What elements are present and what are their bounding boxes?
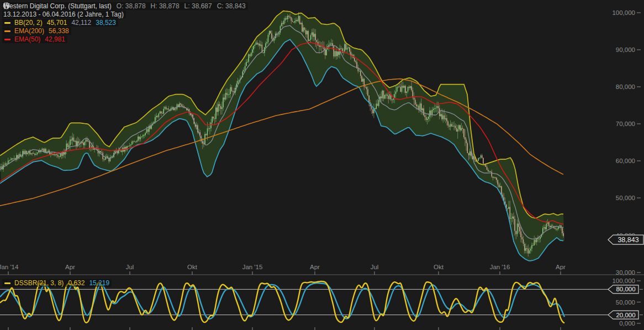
- clock-icon: [2, 2, 10, 9]
- bb-label: BB(20, 2): [14, 19, 43, 27]
- legend-bollinger[interactable]: BB(20, 2) 45,701 42,112 38,523: [2, 19, 248, 27]
- date-range: 13.12.2013 - 06.04.2016 (2 Jahre, 1 Tag): [3, 11, 124, 18]
- oscillator-tick-label: 0,000: [619, 320, 635, 327]
- ohlc-close: C: 38,843: [217, 2, 246, 10]
- oscillator-threshold-tag: 20,000: [608, 311, 638, 319]
- x-axis-tick-label: Apr: [556, 264, 566, 270]
- oscillator-tick-label: 50,000: [616, 299, 635, 306]
- chart-window: 100,00090,00080,00070,00060,00050,00040,…: [0, 0, 644, 330]
- oscillator-tick-label: 100,000: [612, 277, 635, 284]
- ema50-label: EMA(50): [14, 35, 40, 43]
- svg-text:80,000: 80,000: [616, 286, 635, 292]
- y-axis-tick-label: 60,000: [616, 158, 635, 164]
- ema200-label: EMA(200): [14, 27, 44, 35]
- instrument-row[interactable]: Western Digital Corp. (Stuttgart, last) …: [2, 2, 248, 10]
- bb-dash-icon: [4, 22, 10, 24]
- dssbr-value: 0,632: [68, 279, 85, 287]
- x-axis-tick-label: Jul: [126, 264, 134, 270]
- x-axis-tick-label: Jan '15: [242, 264, 263, 270]
- date-range-row[interactable]: 13.12.2013 - 06.04.2016 (2 Jahre, 1 Tag): [2, 11, 248, 18]
- bollinger-band-fill: [0, 11, 564, 261]
- dssbr-dash-icon: [4, 282, 10, 284]
- ohlc-low: L: 38,687: [184, 2, 212, 10]
- ema50-value: 42,981: [45, 35, 65, 43]
- chart-header: Western Digital Corp. (Stuttgart, last) …: [2, 2, 248, 44]
- legend-dssbr[interactable]: DSSBR(21, 3, 8) 0,632 15,219: [2, 279, 112, 287]
- y-axis-tick-label: 80,000: [616, 83, 635, 90]
- last-price-tag: 38,843: [608, 235, 643, 244]
- x-axis-tick-label: Okt: [187, 264, 198, 270]
- y-axis-tick-label: 50,000: [616, 195, 635, 201]
- y-axis-tick-label: 100,000: [612, 9, 635, 16]
- instrument-title: Western Digital Corp. (Stuttgart, last): [3, 2, 112, 10]
- svg-text:20,000: 20,000: [616, 312, 635, 318]
- ema50-dash-icon: [4, 39, 10, 40]
- dssbr-label: DSSBR(21, 3, 8): [14, 279, 64, 287]
- bb-upper-value: 45,701: [47, 19, 67, 27]
- x-axis-tick-label: Jan '16: [490, 264, 510, 270]
- x-axis-tick-label: Jul: [371, 264, 379, 270]
- ema200-value: 56,338: [49, 27, 69, 35]
- bb-middle-value: 42,112: [71, 19, 91, 27]
- dssbr-line: [0, 281, 564, 323]
- y-axis-tick-label: 70,000: [616, 121, 635, 127]
- dssbr-signal-line: [0, 283, 564, 319]
- ohlc-high: H: 38,878: [151, 2, 180, 10]
- x-axis-tick-label: Jan '14: [0, 264, 19, 270]
- ohlc-open: O: 38,878: [117, 2, 146, 10]
- y-axis-tick-label: 30,000: [616, 269, 635, 276]
- oscillator-threshold-tag: 80,000: [608, 285, 638, 294]
- y-axis-tick-label: 90,000: [616, 46, 635, 53]
- bb-lower-value: 38,523: [96, 19, 116, 27]
- x-axis-tick-label: Okt: [434, 264, 444, 270]
- svg-text:38,843: 38,843: [617, 236, 638, 244]
- dssbr-signal-value: 15,219: [89, 279, 109, 287]
- legend-ema50[interactable]: EMA(50) 42,981: [2, 35, 248, 43]
- x-axis-tick-label: Apr: [310, 264, 320, 270]
- x-axis-tick-label: Apr: [65, 264, 75, 270]
- ema200-dash-icon: [4, 30, 10, 32]
- legend-ema200[interactable]: EMA(200) 56,338: [2, 27, 248, 35]
